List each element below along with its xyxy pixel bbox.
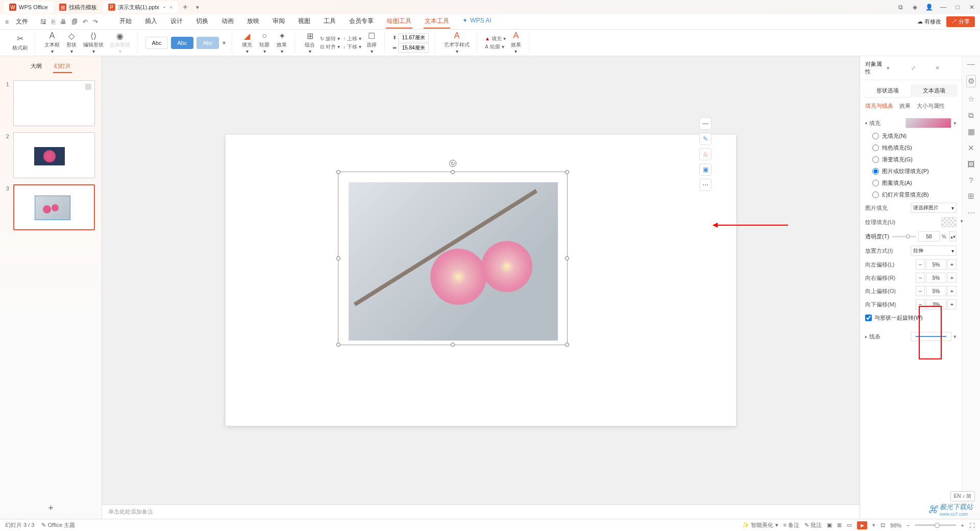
rotate-button[interactable]: ↻ 旋转 ▾ bbox=[320, 35, 340, 42]
zoom-value[interactable]: 98% bbox=[890, 522, 901, 528]
style-preset-2[interactable]: Abc bbox=[171, 37, 193, 49]
fill-button[interactable]: ◢填充▾ bbox=[238, 30, 256, 55]
radio-pattern-fill[interactable] bbox=[872, 180, 879, 186]
offset-left-value[interactable]: 5 % bbox=[926, 259, 946, 270]
slide-thumb-3[interactable] bbox=[13, 184, 95, 230]
layers-icon[interactable]: ⧉ bbox=[968, 111, 974, 120]
fill-preview[interactable] bbox=[905, 118, 951, 128]
menu-design[interactable]: 设计 bbox=[169, 15, 184, 29]
close-icon[interactable]: × bbox=[169, 4, 173, 10]
add-slide-button[interactable]: + bbox=[0, 498, 102, 519]
resize-handle[interactable] bbox=[336, 343, 340, 347]
template-icon[interactable]: ▦ bbox=[968, 127, 975, 136]
subtab-effects[interactable]: 效果 bbox=[899, 102, 911, 110]
smart-beautify-button[interactable]: ✨ 智能美化 ▾ bbox=[742, 521, 778, 529]
star-icon[interactable]: ☆ bbox=[968, 94, 974, 104]
rotate-handle-icon[interactable]: ↻ bbox=[449, 160, 456, 167]
select-button[interactable]: ☐选择▾ bbox=[363, 30, 380, 55]
tab-outline[interactable]: 大纲 bbox=[30, 60, 43, 73]
comment-button[interactable]: ✎ 批注 bbox=[804, 521, 822, 529]
effect-button[interactable]: ✦效果▾ bbox=[273, 30, 290, 55]
offset-left-minus[interactable]: − bbox=[916, 259, 925, 270]
settings-icon[interactable]: ⚙ bbox=[966, 75, 976, 87]
menu-animation[interactable]: 动画 bbox=[220, 15, 235, 29]
menu-wps-ai[interactable]: ✦ WPS AI bbox=[461, 15, 494, 29]
template-tab[interactable]: ⊞找稿壳模板 bbox=[54, 2, 102, 13]
line-section-title[interactable]: 线条 bbox=[869, 333, 880, 341]
group-button[interactable]: ⊞组合▾ bbox=[301, 30, 318, 55]
subtab-fill-line[interactable]: 填充与线条 bbox=[865, 102, 893, 110]
effects-icon[interactable]: ♨ bbox=[699, 148, 712, 160]
radio-no-fill[interactable] bbox=[872, 133, 879, 139]
shape-button[interactable]: ◇形状▾ bbox=[63, 30, 80, 55]
menu-start[interactable]: 开始 bbox=[118, 15, 133, 29]
menu-view[interactable]: 视图 bbox=[297, 15, 311, 29]
zoom-out-icon[interactable]: — bbox=[699, 117, 712, 130]
align-button[interactable]: ⊟ 对齐 ▾ bbox=[320, 43, 340, 51]
texture-picker[interactable] bbox=[941, 217, 957, 227]
style-preset-1[interactable]: Abc bbox=[145, 37, 168, 49]
place-mode-select[interactable]: 拉伸▾ bbox=[911, 246, 957, 256]
menu-tools[interactable]: 工具 bbox=[323, 15, 337, 29]
offset-top-minus[interactable]: − bbox=[916, 286, 925, 296]
app-tab[interactable]: WWPS Office bbox=[4, 2, 53, 13]
collapse-icon[interactable]: — bbox=[967, 59, 975, 68]
line-preview[interactable] bbox=[911, 332, 951, 341]
undo-icon[interactable]: ↶ bbox=[83, 18, 88, 26]
offset-bottom-plus[interactable]: + bbox=[947, 299, 957, 309]
menu-transition[interactable]: 切换 bbox=[195, 15, 209, 29]
offset-right-plus[interactable]: + bbox=[947, 273, 957, 283]
resize-handle[interactable] bbox=[336, 256, 340, 260]
maximize-button[interactable]: □ bbox=[953, 3, 962, 11]
edit-icon[interactable]: ✎ bbox=[699, 133, 712, 145]
view-normal-icon[interactable]: ▣ bbox=[827, 522, 832, 528]
menu-review[interactable]: 审阅 bbox=[272, 15, 286, 29]
tab-menu-button[interactable]: ▾ bbox=[192, 4, 203, 11]
style-preset-3[interactable]: Abc bbox=[197, 37, 219, 49]
opacity-spinner[interactable]: ▴▾ bbox=[949, 231, 957, 242]
text-fill-button[interactable]: ▲ 填充 ▾ bbox=[485, 35, 506, 42]
more-icon[interactable]: ⋯ bbox=[699, 179, 712, 191]
offset-left-plus[interactable]: + bbox=[947, 259, 957, 270]
opacity-slider[interactable] bbox=[892, 236, 916, 237]
height-input[interactable] bbox=[398, 33, 429, 42]
redo-icon[interactable]: ↷ bbox=[93, 18, 98, 26]
offset-right-value[interactable]: 5 % bbox=[926, 273, 946, 283]
menu-insert[interactable]: 插入 bbox=[144, 15, 158, 29]
more-sidebar-icon[interactable]: ⋯ bbox=[967, 208, 975, 217]
resize-handle[interactable] bbox=[565, 343, 569, 347]
export-icon[interactable]: ⎘ bbox=[52, 18, 55, 26]
tab-shape-options[interactable]: 形状选项 bbox=[864, 84, 911, 97]
notes-area[interactable]: 单击此处添加备注 bbox=[102, 504, 860, 519]
menu-text-tools[interactable]: 文本工具 bbox=[424, 15, 450, 29]
file-menu[interactable]: 文件 bbox=[16, 17, 28, 26]
doc-tab[interactable]: P演示文稿(1).pptx•× bbox=[103, 2, 178, 13]
offset-top-value[interactable]: 5 % bbox=[926, 286, 946, 296]
radio-gradient-fill[interactable] bbox=[872, 156, 879, 163]
radio-solid-fill[interactable] bbox=[872, 144, 879, 151]
hamburger-icon[interactable]: ≡ bbox=[5, 18, 9, 26]
print-icon[interactable]: 🖶 bbox=[60, 18, 66, 26]
offset-bottom-minus[interactable]: − bbox=[916, 299, 925, 309]
image-select[interactable]: 请选择图片▾ bbox=[911, 203, 957, 213]
resize-handle[interactable] bbox=[565, 170, 569, 174]
slide-canvas[interactable]: ↻ bbox=[226, 135, 736, 426]
resize-handle[interactable] bbox=[451, 170, 455, 174]
subtab-size[interactable]: 大小与属性 bbox=[917, 102, 945, 110]
tab-slides[interactable]: 幻灯片 bbox=[53, 60, 72, 73]
view-reading-icon[interactable]: ▭ bbox=[847, 522, 852, 528]
save-icon[interactable]: 🖫 bbox=[40, 18, 46, 26]
art-style-button[interactable]: A艺术字样式▾ bbox=[441, 30, 473, 55]
window-copy-icon[interactable]: ⧉ bbox=[896, 3, 904, 11]
text-effect-button[interactable]: A效果▾ bbox=[507, 30, 525, 55]
selected-shape[interactable]: ↻ bbox=[338, 172, 568, 345]
frame-icon[interactable]: ▣ bbox=[699, 163, 712, 176]
opacity-value[interactable]: 58 bbox=[918, 231, 940, 242]
radio-picture-fill[interactable] bbox=[872, 168, 879, 175]
pin-icon[interactable]: ⤢ bbox=[911, 65, 933, 71]
outline-button[interactable]: ○轮廓▾ bbox=[256, 30, 273, 55]
notes-button[interactable]: ≡ 备注 bbox=[783, 521, 799, 529]
share-button[interactable]: ↗ 分享 bbox=[946, 16, 975, 27]
text-outline-button[interactable]: A 轮廓 ▾ bbox=[485, 43, 506, 51]
menu-drawing-tools[interactable]: 绘图工具 bbox=[386, 15, 412, 29]
